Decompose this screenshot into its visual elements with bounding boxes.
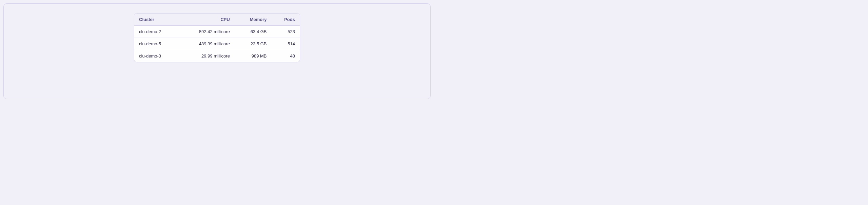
clusters-table: Cluster CPU Memory Pods clu-demo-2 892.4… (134, 14, 300, 62)
cell-memory: 63.4 GB (235, 26, 272, 38)
clusters-table-card: Cluster CPU Memory Pods clu-demo-2 892.4… (134, 13, 300, 62)
col-header-memory[interactable]: Memory (235, 14, 272, 26)
cell-cluster: clu-demo-3 (134, 50, 178, 62)
table-row[interactable]: clu-demo-3 29.99 millicore 989 MB 48 (134, 50, 300, 62)
cell-memory: 23.5 GB (235, 38, 272, 50)
cell-cluster: clu-demo-2 (134, 26, 178, 38)
col-header-cluster[interactable]: Cluster (134, 14, 178, 26)
cell-pods: 523 (272, 26, 300, 38)
cell-cluster: clu-demo-5 (134, 38, 178, 50)
table-header-row: Cluster CPU Memory Pods (134, 14, 300, 26)
clusters-panel: Cluster CPU Memory Pods clu-demo-2 892.4… (3, 3, 431, 99)
cell-memory: 989 MB (235, 50, 272, 62)
col-header-cpu[interactable]: CPU (178, 14, 235, 26)
cell-pods: 48 (272, 50, 300, 62)
cell-pods: 514 (272, 38, 300, 50)
col-header-pods[interactable]: Pods (272, 14, 300, 26)
table-row[interactable]: clu-demo-2 892.42 millicore 63.4 GB 523 (134, 26, 300, 38)
cell-cpu: 489.39 millicore (178, 38, 235, 50)
table-row[interactable]: clu-demo-5 489.39 millicore 23.5 GB 514 (134, 38, 300, 50)
cell-cpu: 29.99 millicore (178, 50, 235, 62)
cell-cpu: 892.42 millicore (178, 26, 235, 38)
